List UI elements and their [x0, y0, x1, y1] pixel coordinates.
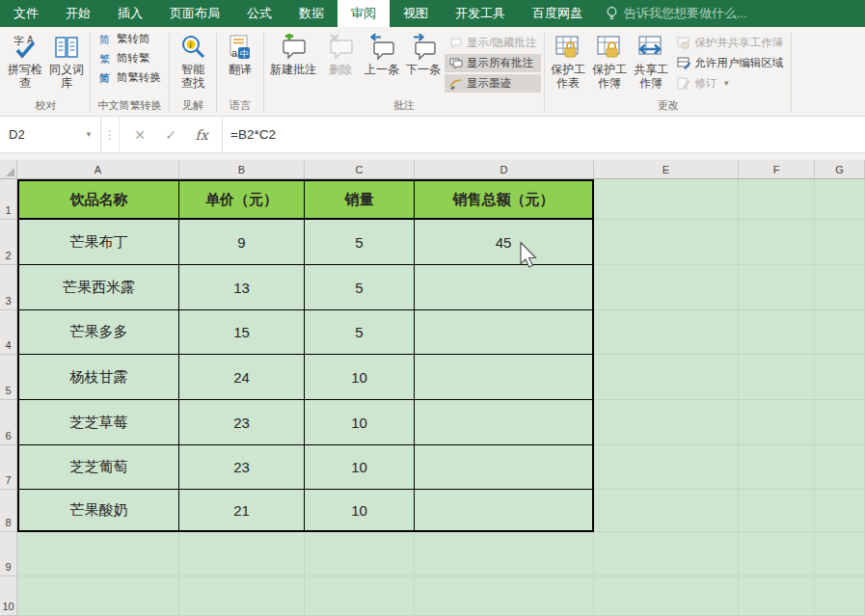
cell-G8[interactable] [815, 490, 865, 532]
simplified-traditional-convert-button[interactable]: 简 简繁转换 [94, 68, 166, 87]
cell-E7[interactable] [594, 445, 739, 490]
name-box[interactable] [0, 117, 100, 152]
cell-B4[interactable]: 15 [179, 310, 305, 355]
cell-E2[interactable] [594, 220, 739, 265]
tell-me-box[interactable]: 告诉我您想要做什么... [606, 0, 747, 27]
previous-comment-button[interactable]: 上一条 [362, 30, 402, 79]
cell-E10[interactable] [594, 576, 739, 616]
column-header-F[interactable]: F [739, 160, 815, 179]
row-header-6[interactable]: 6 [0, 400, 17, 445]
row-header-4[interactable]: 4 [0, 310, 17, 355]
share-workbook-button[interactable]: 共享工作簿 [631, 30, 671, 93]
cell-C5[interactable]: 10 [305, 355, 415, 400]
tab-insert[interactable]: 插入 [104, 0, 156, 27]
tab-formulas[interactable]: 公式 [233, 0, 285, 27]
row-header-8[interactable]: 8 [0, 490, 17, 532]
tab-developer[interactable]: 开发工具 [442, 0, 519, 27]
cell-E5[interactable] [594, 355, 739, 400]
tab-baidu-netdisk[interactable]: 百度网盘 [519, 0, 596, 27]
cell-G7[interactable] [815, 445, 865, 490]
cell-D3[interactable] [415, 265, 594, 310]
row-header-1[interactable]: 1 [0, 179, 17, 220]
cell-D5[interactable] [415, 355, 594, 400]
cell-C1[interactable]: 销量 [305, 179, 415, 220]
cell-E1[interactable] [594, 179, 739, 220]
tab-file[interactable]: 文件 [0, 0, 52, 27]
allow-users-edit-ranges-button[interactable]: 允许用户编辑区域 [672, 54, 788, 72]
cell-F4[interactable] [739, 310, 815, 355]
to-simplified-button[interactable]: 简 繁转简 [94, 30, 155, 48]
row-header-5[interactable]: 5 [0, 355, 17, 400]
cell-G2[interactable] [815, 220, 865, 265]
cell-A6[interactable]: 芝芝草莓 [17, 400, 179, 445]
tab-data[interactable]: 数据 [285, 0, 338, 27]
cell-C8[interactable]: 10 [305, 490, 415, 532]
cell-G4[interactable] [815, 310, 865, 355]
cell-F7[interactable] [739, 445, 815, 490]
protect-sheet-button[interactable]: 保护工作表 [548, 30, 588, 93]
show-hide-comment-button[interactable]: 显示/隐藏批注 [445, 34, 541, 52]
cell-F8[interactable] [739, 490, 815, 532]
cell-E9[interactable] [594, 532, 739, 576]
cell-A9[interactable] [17, 532, 179, 576]
cell-B8[interactable]: 21 [179, 490, 305, 532]
cell-G10[interactable] [815, 576, 865, 616]
delete-comment-button[interactable]: 删除 [320, 30, 361, 79]
cell-B7[interactable]: 23 [179, 445, 305, 490]
next-comment-button[interactable]: 下一条 [403, 30, 444, 79]
cell-D10[interactable] [415, 576, 594, 616]
cell-C10[interactable] [305, 576, 415, 616]
cell-E3[interactable] [594, 265, 739, 310]
to-traditional-button[interactable]: 繁 简转繁 [94, 49, 155, 67]
cell-D1[interactable]: 销售总额（元） [415, 179, 594, 220]
cell-C3[interactable]: 5 [305, 265, 415, 310]
tab-page-layout[interactable]: 页面布局 [156, 0, 233, 27]
cell-B6[interactable]: 23 [179, 400, 305, 445]
cell-B10[interactable] [179, 576, 305, 616]
tab-view[interactable]: 视图 [390, 0, 442, 27]
cell-A7[interactable]: 芝芝葡萄 [17, 445, 179, 490]
cell-B3[interactable]: 13 [179, 265, 305, 310]
column-header-B[interactable]: B [179, 160, 305, 179]
column-header-C[interactable]: C [305, 160, 415, 179]
cell-F6[interactable] [739, 400, 815, 445]
cell-B2[interactable]: 9 [179, 220, 305, 265]
cell-A5[interactable]: 杨枝甘露 [17, 355, 179, 400]
cell-B5[interactable]: 24 [179, 355, 305, 400]
select-all-corner[interactable] [0, 160, 17, 179]
thesaurus-button[interactable]: 同义词库 [46, 30, 87, 93]
cell-D4[interactable] [415, 310, 594, 355]
row-header-3[interactable]: 3 [0, 265, 17, 310]
row-header-10[interactable]: 10 [0, 576, 17, 616]
protect-and-share-workbook-button[interactable]: 保护并共享工作簿 [672, 34, 788, 52]
tab-home[interactable]: 开始 [52, 0, 104, 27]
cell-D9[interactable] [415, 532, 594, 576]
cell-D8[interactable] [415, 490, 594, 532]
cell-F2[interactable] [739, 220, 815, 265]
cell-F9[interactable] [739, 532, 815, 576]
protect-workbook-button[interactable]: 保护工作簿 [589, 30, 630, 93]
cell-B1[interactable]: 单价（元） [179, 179, 305, 220]
column-header-E[interactable]: E [594, 160, 739, 179]
formula-bar-splitter[interactable]: ⋮ [101, 117, 119, 152]
column-header-G[interactable]: G [815, 160, 865, 179]
insert-function-button[interactable]: fx [187, 121, 216, 149]
translate-button[interactable]: a 中 翻译 [220, 30, 260, 79]
cell-G3[interactable] [815, 265, 865, 310]
cell-C2[interactable]: 5 [305, 220, 415, 265]
cell-F3[interactable] [739, 265, 815, 310]
cell-F1[interactable] [739, 179, 815, 220]
cell-A3[interactable]: 芒果西米露 [17, 265, 179, 310]
cell-D6[interactable] [415, 400, 594, 445]
cell-C6[interactable]: 10 [305, 400, 415, 445]
cell-G5[interactable] [815, 355, 865, 400]
show-ink-button[interactable]: 显示墨迹 [445, 74, 541, 93]
cell-A4[interactable]: 芒果多多 [17, 310, 179, 355]
cell-D7[interactable] [415, 445, 594, 490]
cell-B9[interactable] [179, 532, 305, 576]
cell-A10[interactable] [17, 576, 179, 616]
column-header-D[interactable]: D [415, 160, 594, 179]
cell-C4[interactable]: 5 [305, 310, 415, 355]
track-changes-button[interactable]: 修订 ▼ [672, 74, 788, 93]
cell-E8[interactable] [594, 490, 739, 532]
